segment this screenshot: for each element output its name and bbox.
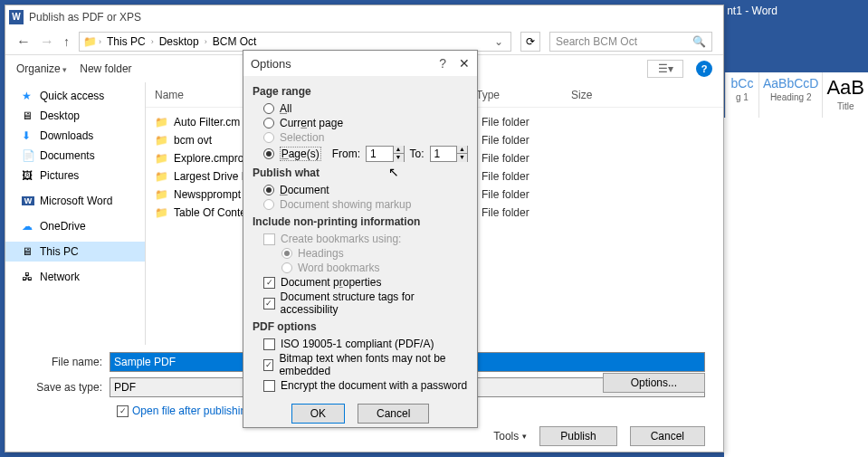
nav-label: This PC (40, 245, 79, 258)
chk-encrypt-row[interactable]: Encrypt the document with a password (253, 378, 468, 393)
breadcrumb[interactable]: 📁 › This PC › Desktop › BCM Oct ⌄ (79, 32, 511, 52)
options-button[interactable]: Options... (603, 373, 705, 393)
file-type: File folder (482, 170, 577, 183)
radio-document-row[interactable]: Document (253, 183, 468, 197)
crumb-desktop[interactable]: Desktop (156, 35, 203, 48)
radio-markup-label: Document showing markup (280, 198, 411, 211)
save-as-type-label: Save as type: (24, 381, 110, 394)
ok-button[interactable]: OK (291, 404, 345, 424)
nav-icon: 🖥 (22, 245, 34, 258)
radio-markup-row: Document showing markup (253, 197, 468, 212)
refresh-icon[interactable]: ⟳ (520, 32, 540, 52)
chk-encrypt[interactable] (263, 380, 275, 392)
style-title[interactable]: AaB Title (822, 72, 868, 118)
nav-item-onedrive[interactable]: ☁OneDrive (5, 216, 145, 236)
radio-selection (263, 132, 274, 143)
open-after-checkbox[interactable] (117, 405, 129, 417)
chk-docstruct-row[interactable]: Document structure tags for accessibilit… (253, 290, 468, 317)
to-down-icon[interactable]: ▼ (457, 154, 467, 162)
group-pdf-options: PDF options (253, 320, 468, 333)
crumb-bcmoct[interactable]: BCM Oct (209, 35, 261, 48)
folder-icon: 📁 (155, 152, 168, 165)
file-type: File folder (482, 116, 577, 129)
nav-label: Pictures (40, 169, 79, 182)
chk-iso-row[interactable]: ISO 19005-1 compliant (PDF/A) (253, 337, 468, 351)
folder-icon: 📁 (83, 35, 97, 48)
crumb-thispc[interactable]: This PC (103, 35, 149, 48)
chk-bitmap[interactable] (263, 359, 273, 371)
radio-wordbookmarks-label: Word bookmarks (298, 262, 379, 274)
to-label: To: (410, 148, 424, 160)
nav-label: Documents (40, 149, 95, 162)
nav-icon: ★ (22, 90, 34, 102)
new-folder-button[interactable]: New folder (80, 62, 131, 75)
nav-item-desktop[interactable]: 🖥Desktop (5, 106, 145, 126)
to-spinner[interactable]: 1 ▲▼ (430, 146, 468, 162)
nav-item-downloads[interactable]: ⬇Downloads (5, 126, 145, 146)
chk-docstruct-label: Document structure tags for accessibilit… (281, 290, 468, 316)
chk-docstruct[interactable] (263, 298, 275, 309)
nav-back-icon[interactable]: ← (16, 33, 31, 50)
chk-docprops-row[interactable]: Document properties (253, 275, 468, 290)
styles-gallery: bCc g 1 AaBbCcD Heading 2 AaB Title (725, 72, 868, 118)
view-mode-button[interactable]: ☰▾ (647, 60, 683, 78)
radio-wordbookmarks (281, 262, 292, 273)
search-input[interactable]: Search BCM Oct 🔍 (549, 32, 712, 52)
style-heading2[interactable]: AaBbCcD Heading 2 (758, 72, 822, 118)
chk-bitmap-label: Bitmap text when fonts may not be embedd… (279, 352, 468, 377)
to-up-icon[interactable]: ▲ (457, 146, 467, 154)
radio-all[interactable] (263, 103, 274, 114)
breadcrumb-dropdown-icon[interactable]: ⌄ (491, 35, 507, 48)
cancel-button[interactable]: Cancel (630, 426, 705, 446)
help-icon[interactable]: ? (696, 61, 712, 77)
from-spinner[interactable]: 1 ▲▼ (366, 146, 404, 162)
organize-button[interactable]: Organize (16, 62, 67, 75)
nav-item-this-pc[interactable]: 🖥This PC (5, 242, 145, 262)
radio-selection-row: Selection (253, 130, 468, 145)
publish-title: Publish as PDF or XPS (29, 11, 720, 24)
publish-titlebar: W Publish as PDF or XPS (5, 5, 723, 28)
nav-label: Quick access (40, 90, 104, 102)
file-name-label: File name: (24, 356, 110, 368)
options-dialog: Options ? ✕ Page range All Current page … (243, 50, 478, 428)
chk-iso-label: ISO 19005-1 compliant (PDF/A) (281, 338, 434, 350)
style-heading1[interactable]: bCc g 1 (725, 72, 758, 118)
nav-item-network[interactable]: 🖧Network (5, 267, 145, 287)
nav-up-icon[interactable]: ↑ (63, 34, 70, 49)
nav-item-pictures[interactable]: 🖼Pictures (5, 166, 145, 186)
nav-item-quick-access[interactable]: ★Quick access (5, 86, 145, 106)
radio-wordbookmarks-row: Word bookmarks (253, 261, 468, 275)
radio-pages-row[interactable]: Page(s) From: 1 ▲▼ To: 1 ▲▼ (253, 145, 468, 163)
col-size[interactable]: Size (571, 89, 592, 101)
options-close-icon[interactable]: ✕ (459, 56, 470, 71)
options-cancel-button[interactable]: Cancel (358, 404, 429, 424)
col-type[interactable]: Type (476, 89, 571, 101)
options-help-icon[interactable]: ? (439, 56, 446, 71)
radio-current[interactable] (263, 118, 274, 129)
from-up-icon[interactable]: ▲ (394, 146, 404, 154)
search-icon[interactable]: 🔍 (692, 35, 706, 48)
group-publish-what: Publish what (253, 167, 468, 179)
publish-footer: Tools▾ Publish Cancel (493, 426, 705, 446)
search-placeholder: Search BCM Oct (556, 35, 692, 48)
nav-item-microsoft-word[interactable]: WMicrosoft Word (5, 191, 145, 211)
radio-document[interactable] (263, 185, 274, 195)
folder-icon: 📁 (155, 206, 168, 219)
radio-current-row[interactable]: Current page (253, 116, 468, 130)
publish-button[interactable]: Publish (539, 426, 616, 446)
from-label: From: (332, 148, 360, 160)
chk-bookmarks (263, 233, 275, 245)
from-down-icon[interactable]: ▼ (394, 154, 404, 162)
tools-button[interactable]: Tools▾ (493, 430, 527, 443)
chk-docprops[interactable] (263, 277, 275, 289)
radio-pages[interactable] (263, 148, 274, 159)
chk-iso[interactable] (263, 338, 275, 350)
file-type: File folder (482, 134, 577, 147)
nav-item-documents[interactable]: 📄Documents (5, 146, 145, 166)
radio-headings-label: Headings (298, 247, 344, 260)
group-page-range: Page range (253, 85, 468, 98)
nav-icon: 🖥 (22, 109, 34, 122)
chk-bitmap-row[interactable]: Bitmap text when fonts may not be embedd… (253, 351, 468, 378)
radio-all-row[interactable]: All (253, 101, 468, 116)
radio-all-label: ll (287, 102, 291, 115)
